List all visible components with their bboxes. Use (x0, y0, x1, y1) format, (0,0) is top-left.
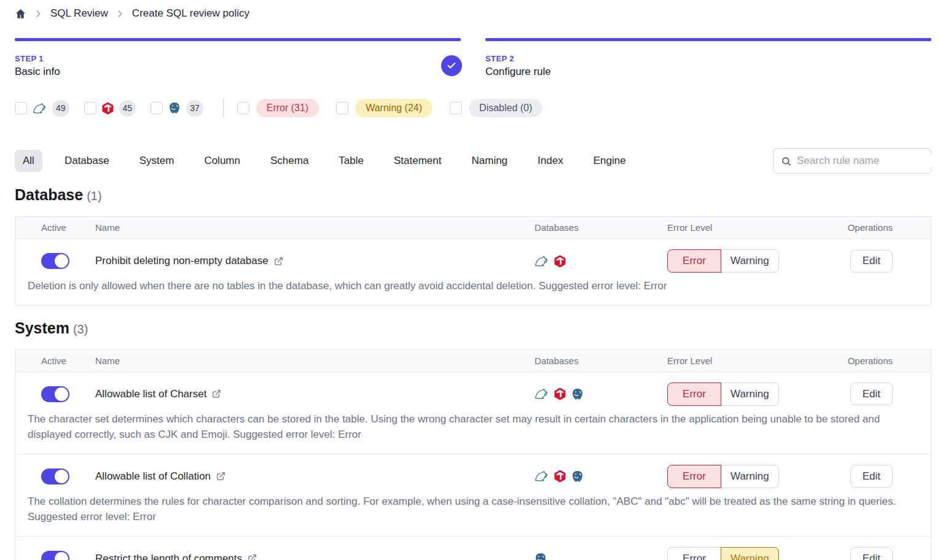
search-rule-input[interactable] (797, 155, 933, 167)
error-level-error-button[interactable]: Error (667, 249, 721, 273)
rule-row: Allowable list of Charset Error Warning … (15, 372, 931, 454)
column-header-operations: Operations (823, 222, 931, 233)
postgresql-icon (168, 102, 181, 114)
step-indicator: STEP 1 Basic info STEP 2 Configure rule (15, 38, 931, 78)
error-level-warning-button[interactable]: Warning (721, 249, 779, 273)
mysql-icon (535, 389, 549, 399)
column-header-error-level: Error Level (667, 356, 823, 366)
edit-button[interactable]: Edit (850, 383, 893, 405)
step-1[interactable]: STEP 1 Basic info (15, 38, 461, 78)
toggle-knob (55, 254, 68, 268)
search-icon (781, 156, 791, 166)
disabled-count-pill: Disabled (0) (469, 99, 542, 117)
tab-column[interactable]: Column (196, 150, 248, 172)
tab-statement[interactable]: Statement (386, 150, 450, 172)
tidb-icon (102, 102, 114, 115)
rule-description: The collation determines the rules for c… (15, 488, 931, 536)
level-filters: Error (31)Warning (24)Disabled (0) (237, 99, 560, 117)
column-header-name: Name (95, 356, 520, 366)
edit-button[interactable]: Edit (850, 465, 893, 488)
error-level-segmented-control: Error Warning (667, 547, 823, 560)
create-sql-review-policy-page: SQL Review Create SQL review policy STEP… (0, 0, 940, 560)
column-header-databases: Databases (520, 356, 667, 366)
tab-system[interactable]: System (131, 150, 182, 172)
rules-table: Active Name Databases Error Level Operat… (15, 216, 931, 306)
rule-active-toggle[interactable] (41, 386, 69, 402)
tab-table[interactable]: Table (331, 150, 372, 172)
filter-divider (223, 99, 224, 117)
error-level-error-button[interactable]: Error (667, 383, 721, 406)
mysql-icon (535, 256, 549, 266)
breadcrumb-current-page: Create SQL review policy (132, 7, 249, 20)
disabled-filter-checkbox[interactable] (450, 102, 462, 114)
rule-row: Allowable list of Collation Error Warnin… (15, 454, 931, 536)
step-1-completed-check-icon (441, 55, 462, 76)
edit-button[interactable]: Edit (850, 250, 893, 273)
step-2-title: Configure rule (485, 66, 931, 78)
external-link-icon[interactable] (248, 554, 257, 560)
edit-button[interactable]: Edit (850, 547, 893, 560)
step-1-label: STEP 1 (15, 54, 461, 63)
external-link-icon[interactable] (212, 389, 221, 399)
error-level-error-button[interactable]: Error (667, 465, 721, 488)
rule-name: Restrict the length of comments (95, 553, 242, 560)
error-level-segmented-control: Error Warning (667, 465, 823, 488)
rule-engine-icons (520, 255, 667, 268)
rule-name: Allowable list of Charset (95, 388, 206, 400)
column-header-name: Name (95, 222, 520, 233)
tab-all[interactable]: All (15, 150, 42, 172)
error-level-filter: Error (31) (237, 99, 319, 117)
error-level-segmented-control: Error Warning (667, 249, 823, 273)
rule-description: The character set determines which chara… (15, 406, 931, 454)
step-2-progress-bar (485, 38, 931, 41)
postgresql-icon (571, 388, 584, 400)
section-title: System(3) (15, 319, 931, 337)
tab-engine[interactable]: Engine (586, 150, 634, 172)
external-link-icon[interactable] (216, 472, 225, 481)
column-header-error-level: Error Level (667, 222, 823, 233)
rule-sections: Database(1) Active Name Databases Error … (15, 186, 931, 560)
postgres-filter-checkbox[interactable] (151, 102, 163, 114)
tab-database[interactable]: Database (57, 150, 117, 172)
error-level-warning-button[interactable]: Warning (721, 465, 779, 488)
rule-engine-icons (520, 553, 667, 560)
rule-description: Deletion is only allowed when there are … (15, 273, 931, 305)
mysql-filter-checkbox[interactable] (15, 102, 27, 114)
engine-filter-mysql: 49 (15, 100, 69, 117)
tidb-filter-checkbox[interactable] (84, 102, 96, 114)
home-icon[interactable] (15, 8, 26, 20)
tidb-icon (554, 255, 566, 268)
tab-schema[interactable]: Schema (262, 150, 316, 172)
toggle-knob (55, 387, 68, 401)
tidb-icon (554, 470, 566, 483)
error-level-warning-button[interactable]: Warning (721, 547, 779, 560)
error-filter-checkbox[interactable] (237, 102, 249, 114)
column-header-operations: Operations (823, 356, 931, 366)
rule-active-toggle[interactable] (41, 551, 69, 560)
step-1-progress-bar (15, 38, 461, 41)
tab-index[interactable]: Index (530, 150, 571, 172)
filter-bar: 494537 Error (31)Warning (24)Disabled (0… (15, 99, 931, 117)
error-level-warning-button[interactable]: Warning (721, 383, 779, 406)
breadcrumb-sql-review[interactable]: SQL Review (50, 7, 108, 20)
warning-filter-checkbox[interactable] (336, 102, 348, 114)
rule-row: Restrict the length of comments Error Wa… (15, 536, 931, 560)
postgresql-icon (571, 470, 584, 483)
external-link-icon[interactable] (274, 257, 283, 266)
engine-filter-tidb: 45 (84, 100, 136, 117)
tab-naming[interactable]: Naming (463, 150, 515, 172)
rule-name: Allowable list of Collation (95, 470, 211, 483)
column-header-active: Active (15, 356, 95, 366)
error-count-pill: Error (31) (256, 99, 319, 117)
step-2[interactable]: STEP 2 Configure rule (485, 38, 931, 78)
table-header: Active Name Databases Error Level Operat… (15, 350, 931, 372)
rule-active-toggle[interactable] (41, 253, 69, 269)
chevron-right-icon (116, 10, 124, 18)
table-header: Active Name Databases Error Level Operat… (15, 217, 931, 239)
toggle-knob (55, 470, 68, 483)
tabs-row: AllDatabaseSystemColumnSchemaTableStatem… (15, 148, 931, 174)
warning-level-filter: Warning (24) (336, 99, 433, 117)
error-level-error-button[interactable]: Error (667, 547, 721, 560)
search-rule-box[interactable] (773, 148, 931, 174)
rule-active-toggle[interactable] (41, 469, 69, 484)
